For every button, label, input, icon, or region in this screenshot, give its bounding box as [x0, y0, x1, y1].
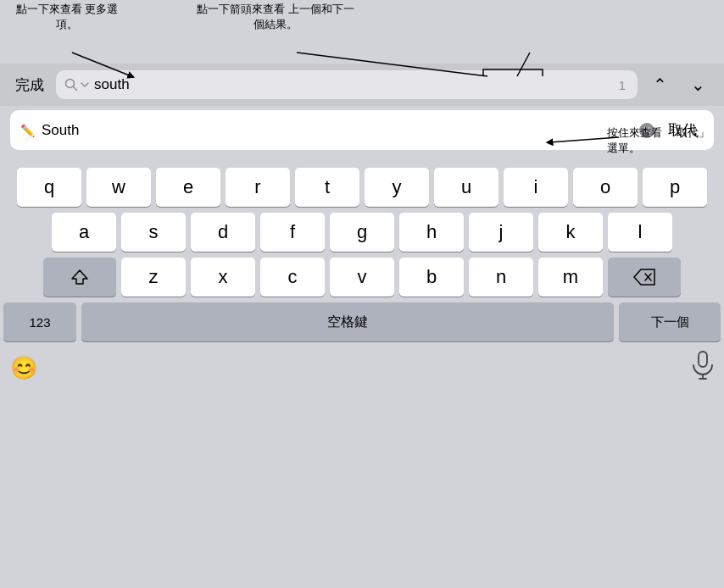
- shift-button[interactable]: [43, 258, 116, 297]
- key-row-1: q w e r t y u i o p: [3, 168, 721, 207]
- key-x[interactable]: x: [191, 258, 255, 297]
- annotation-left: 點一下來查看 更多選項。: [12, 2, 122, 32]
- emoji-button[interactable]: 😊: [10, 355, 37, 381]
- key-s[interactable]: s: [121, 213, 186, 252]
- key-a[interactable]: a: [52, 213, 116, 252]
- key-t[interactable]: t: [295, 168, 359, 207]
- mic-button[interactable]: [692, 351, 714, 385]
- key-row-2: a s d f g h j k l: [3, 213, 721, 252]
- next-button[interactable]: 下一個: [619, 302, 721, 341]
- key-q[interactable]: q: [17, 168, 81, 207]
- key-v[interactable]: v: [330, 258, 394, 297]
- space-button[interactable]: 空格鍵: [81, 302, 614, 341]
- svg-rect-8: [699, 352, 707, 367]
- key-n[interactable]: n: [469, 258, 533, 297]
- key-z[interactable]: z: [121, 258, 186, 297]
- key-c[interactable]: c: [260, 258, 325, 297]
- key-w[interactable]: w: [86, 168, 151, 207]
- numbers-button[interactable]: 123: [3, 302, 76, 341]
- search-bar: 完成 south 1 ⌃ ⌄: [0, 64, 724, 106]
- replace-input[interactable]: South: [42, 122, 632, 139]
- search-input[interactable]: south: [94, 76, 614, 93]
- key-row-3: z x c v b n m: [3, 258, 721, 297]
- key-j[interactable]: j: [469, 213, 533, 252]
- search-field[interactable]: south 1: [56, 70, 638, 99]
- replace-pencil-icon: ✏️: [20, 124, 35, 137]
- key-r[interactable]: r: [226, 168, 290, 207]
- replace-bar: ✏️ South ✕ 取代: [10, 110, 714, 150]
- key-g[interactable]: g: [330, 213, 394, 252]
- annotation-center: 點一下箭頭來查看 上一個和下一個結果。: [195, 2, 356, 32]
- key-l[interactable]: l: [608, 213, 672, 252]
- nav-up-button[interactable]: ⌃: [644, 71, 676, 98]
- key-row-4: 123 空格鍵 下一個: [3, 302, 721, 341]
- key-d[interactable]: d: [191, 213, 255, 252]
- key-i[interactable]: i: [504, 168, 568, 207]
- bottom-row: 😊: [3, 347, 721, 390]
- svg-line-5: [74, 87, 77, 91]
- key-m[interactable]: m: [538, 258, 603, 297]
- key-o[interactable]: o: [573, 168, 638, 207]
- nav-down-button[interactable]: ⌄: [682, 71, 714, 98]
- done-button[interactable]: 完成: [10, 72, 49, 98]
- delete-button[interactable]: [608, 258, 681, 297]
- key-e[interactable]: e: [156, 168, 220, 207]
- clear-replace-button[interactable]: ✕: [639, 123, 654, 138]
- replace-button[interactable]: 取代: [661, 117, 704, 143]
- key-b[interactable]: b: [399, 258, 464, 297]
- keyboard: q w e r t y u i o p a s d f g h j k l z …: [0, 161, 724, 588]
- key-y[interactable]: y: [365, 168, 429, 207]
- result-count: 1: [619, 78, 626, 92]
- key-f[interactable]: f: [260, 213, 325, 252]
- chevron-down-icon[interactable]: [81, 82, 89, 88]
- key-p[interactable]: p: [643, 168, 707, 207]
- search-icon-wrap[interactable]: [64, 78, 89, 92]
- search-icon: [64, 78, 78, 92]
- key-u[interactable]: u: [434, 168, 498, 207]
- key-h[interactable]: h: [399, 213, 464, 252]
- key-k[interactable]: k: [538, 213, 603, 252]
